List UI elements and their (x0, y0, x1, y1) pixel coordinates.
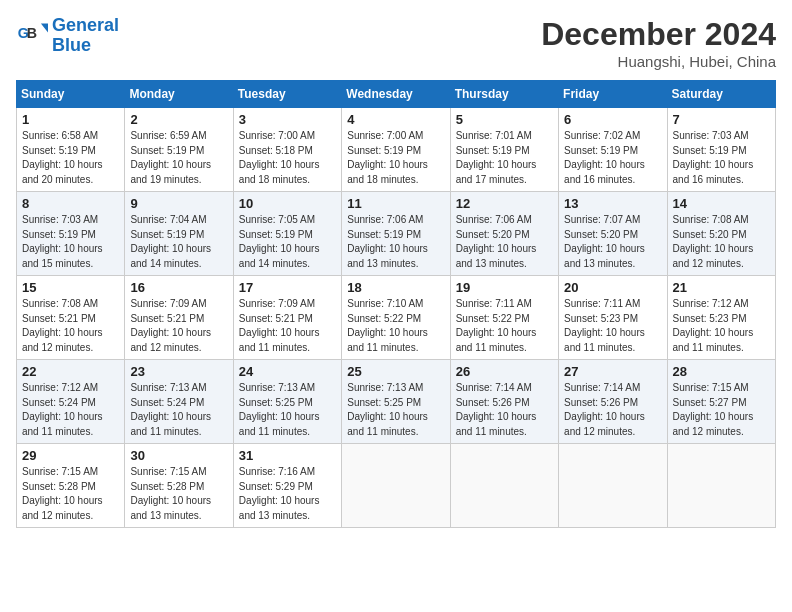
day-number: 4 (347, 112, 444, 127)
day-number: 13 (564, 196, 661, 211)
day-number: 2 (130, 112, 227, 127)
calendar-cell: 28Sunrise: 7:15 AM Sunset: 5:27 PM Dayli… (667, 360, 775, 444)
calendar-cell: 26Sunrise: 7:14 AM Sunset: 5:26 PM Dayli… (450, 360, 558, 444)
calendar-cell: 12Sunrise: 7:06 AM Sunset: 5:20 PM Dayli… (450, 192, 558, 276)
day-info: Sunrise: 7:07 AM Sunset: 5:20 PM Dayligh… (564, 213, 661, 271)
calendar-cell: 5Sunrise: 7:01 AM Sunset: 5:19 PM Daylig… (450, 108, 558, 192)
calendar-cell: 21Sunrise: 7:12 AM Sunset: 5:23 PM Dayli… (667, 276, 775, 360)
calendar-cell: 15Sunrise: 7:08 AM Sunset: 5:21 PM Dayli… (17, 276, 125, 360)
calendar-cell: 2Sunrise: 6:59 AM Sunset: 5:19 PM Daylig… (125, 108, 233, 192)
day-info: Sunrise: 7:08 AM Sunset: 5:21 PM Dayligh… (22, 297, 119, 355)
calendar-cell (450, 444, 558, 528)
calendar-cell (342, 444, 450, 528)
day-number: 27 (564, 364, 661, 379)
calendar-cell: 4Sunrise: 7:00 AM Sunset: 5:19 PM Daylig… (342, 108, 450, 192)
day-number: 31 (239, 448, 336, 463)
calendar-cell: 24Sunrise: 7:13 AM Sunset: 5:25 PM Dayli… (233, 360, 341, 444)
day-info: Sunrise: 7:09 AM Sunset: 5:21 PM Dayligh… (130, 297, 227, 355)
day-info: Sunrise: 7:01 AM Sunset: 5:19 PM Dayligh… (456, 129, 553, 187)
day-number: 28 (673, 364, 770, 379)
calendar-cell: 27Sunrise: 7:14 AM Sunset: 5:26 PM Dayli… (559, 360, 667, 444)
svg-marker-2 (41, 23, 48, 32)
calendar-cell: 9Sunrise: 7:04 AM Sunset: 5:19 PM Daylig… (125, 192, 233, 276)
calendar-cell: 6Sunrise: 7:02 AM Sunset: 5:19 PM Daylig… (559, 108, 667, 192)
day-info: Sunrise: 7:16 AM Sunset: 5:29 PM Dayligh… (239, 465, 336, 523)
day-number: 1 (22, 112, 119, 127)
day-info: Sunrise: 7:06 AM Sunset: 5:20 PM Dayligh… (456, 213, 553, 271)
logo-text-line2: Blue (52, 36, 119, 56)
day-number: 18 (347, 280, 444, 295)
day-info: Sunrise: 7:05 AM Sunset: 5:19 PM Dayligh… (239, 213, 336, 271)
day-number: 22 (22, 364, 119, 379)
calendar-cell: 22Sunrise: 7:12 AM Sunset: 5:24 PM Dayli… (17, 360, 125, 444)
day-number: 3 (239, 112, 336, 127)
day-info: Sunrise: 7:09 AM Sunset: 5:21 PM Dayligh… (239, 297, 336, 355)
day-info: Sunrise: 7:11 AM Sunset: 5:23 PM Dayligh… (564, 297, 661, 355)
day-number: 20 (564, 280, 661, 295)
day-info: Sunrise: 7:11 AM Sunset: 5:22 PM Dayligh… (456, 297, 553, 355)
day-info: Sunrise: 7:13 AM Sunset: 5:24 PM Dayligh… (130, 381, 227, 439)
day-info: Sunrise: 7:15 AM Sunset: 5:28 PM Dayligh… (130, 465, 227, 523)
weekday-header-tuesday: Tuesday (233, 81, 341, 108)
day-number: 10 (239, 196, 336, 211)
calendar-cell: 11Sunrise: 7:06 AM Sunset: 5:19 PM Dayli… (342, 192, 450, 276)
day-number: 30 (130, 448, 227, 463)
day-number: 7 (673, 112, 770, 127)
day-info: Sunrise: 6:59 AM Sunset: 5:19 PM Dayligh… (130, 129, 227, 187)
day-info: Sunrise: 7:00 AM Sunset: 5:19 PM Dayligh… (347, 129, 444, 187)
day-number: 21 (673, 280, 770, 295)
day-number: 17 (239, 280, 336, 295)
weekday-header-wednesday: Wednesday (342, 81, 450, 108)
day-number: 15 (22, 280, 119, 295)
weekday-header-saturday: Saturday (667, 81, 775, 108)
calendar-cell: 3Sunrise: 7:00 AM Sunset: 5:18 PM Daylig… (233, 108, 341, 192)
page-header: G B General Blue December 2024 Huangshi,… (16, 16, 776, 70)
day-number: 11 (347, 196, 444, 211)
day-info: Sunrise: 7:14 AM Sunset: 5:26 PM Dayligh… (456, 381, 553, 439)
calendar-week-1: 1Sunrise: 6:58 AM Sunset: 5:19 PM Daylig… (17, 108, 776, 192)
calendar-week-2: 8Sunrise: 7:03 AM Sunset: 5:19 PM Daylig… (17, 192, 776, 276)
day-number: 26 (456, 364, 553, 379)
svg-text:B: B (27, 25, 37, 41)
calendar-cell: 19Sunrise: 7:11 AM Sunset: 5:22 PM Dayli… (450, 276, 558, 360)
day-number: 6 (564, 112, 661, 127)
calendar-cell: 10Sunrise: 7:05 AM Sunset: 5:19 PM Dayli… (233, 192, 341, 276)
location-subtitle: Huangshi, Hubei, China (541, 53, 776, 70)
calendar-week-3: 15Sunrise: 7:08 AM Sunset: 5:21 PM Dayli… (17, 276, 776, 360)
day-info: Sunrise: 7:15 AM Sunset: 5:27 PM Dayligh… (673, 381, 770, 439)
month-title: December 2024 (541, 16, 776, 53)
weekday-header-monday: Monday (125, 81, 233, 108)
day-info: Sunrise: 7:03 AM Sunset: 5:19 PM Dayligh… (673, 129, 770, 187)
weekday-header-sunday: Sunday (17, 81, 125, 108)
calendar-cell (559, 444, 667, 528)
calendar-cell: 8Sunrise: 7:03 AM Sunset: 5:19 PM Daylig… (17, 192, 125, 276)
calendar-cell: 30Sunrise: 7:15 AM Sunset: 5:28 PM Dayli… (125, 444, 233, 528)
day-number: 25 (347, 364, 444, 379)
day-number: 23 (130, 364, 227, 379)
day-number: 29 (22, 448, 119, 463)
day-number: 16 (130, 280, 227, 295)
day-info: Sunrise: 7:03 AM Sunset: 5:19 PM Dayligh… (22, 213, 119, 271)
day-info: Sunrise: 7:04 AM Sunset: 5:19 PM Dayligh… (130, 213, 227, 271)
day-info: Sunrise: 7:08 AM Sunset: 5:20 PM Dayligh… (673, 213, 770, 271)
calendar-cell: 20Sunrise: 7:11 AM Sunset: 5:23 PM Dayli… (559, 276, 667, 360)
calendar-cell: 18Sunrise: 7:10 AM Sunset: 5:22 PM Dayli… (342, 276, 450, 360)
calendar-cell (667, 444, 775, 528)
calendar-cell: 17Sunrise: 7:09 AM Sunset: 5:21 PM Dayli… (233, 276, 341, 360)
logo: G B General Blue (16, 16, 119, 56)
calendar-cell: 23Sunrise: 7:13 AM Sunset: 5:24 PM Dayli… (125, 360, 233, 444)
day-number: 19 (456, 280, 553, 295)
day-info: Sunrise: 7:13 AM Sunset: 5:25 PM Dayligh… (239, 381, 336, 439)
day-number: 24 (239, 364, 336, 379)
day-number: 5 (456, 112, 553, 127)
calendar-week-5: 29Sunrise: 7:15 AM Sunset: 5:28 PM Dayli… (17, 444, 776, 528)
day-info: Sunrise: 7:12 AM Sunset: 5:23 PM Dayligh… (673, 297, 770, 355)
day-number: 9 (130, 196, 227, 211)
calendar-header-row: SundayMondayTuesdayWednesdayThursdayFrid… (17, 81, 776, 108)
day-info: Sunrise: 7:02 AM Sunset: 5:19 PM Dayligh… (564, 129, 661, 187)
weekday-header-thursday: Thursday (450, 81, 558, 108)
day-info: Sunrise: 7:15 AM Sunset: 5:28 PM Dayligh… (22, 465, 119, 523)
logo-text-line1: General (52, 16, 119, 36)
day-info: Sunrise: 6:58 AM Sunset: 5:19 PM Dayligh… (22, 129, 119, 187)
day-info: Sunrise: 7:14 AM Sunset: 5:26 PM Dayligh… (564, 381, 661, 439)
